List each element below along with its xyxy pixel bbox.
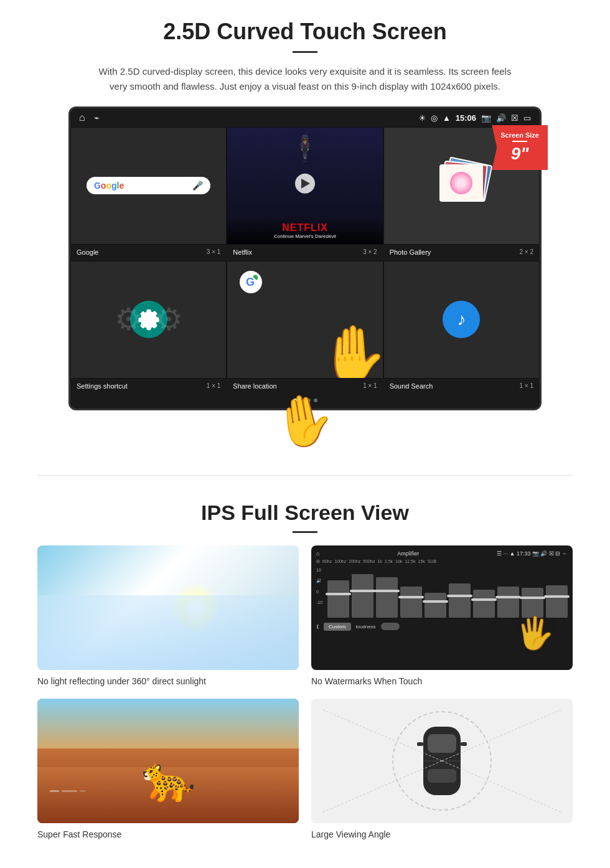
viewing-angle-svg [311,699,573,823]
share-cell[interactable]: G 🤚 [227,261,383,379]
badge-label: Screen Size [500,131,539,139]
feature-sunlight: No light reflecting under 360° direct su… [37,545,299,686]
volume-icon: 🔊 [496,113,506,123]
bluetooth-icon: ✳ [419,113,426,123]
amp-freq-labels: ⊞ 60hz100hz200hz500hz1k2.5k10k12.5k15kSU… [316,559,568,564]
sunlight-glow [37,595,299,670]
amp-loudness-label: loudness [356,624,376,630]
usb-icon: ⌁ [94,113,99,123]
close-box-icon[interactable]: ☒ [511,113,518,123]
settings-bg-icons: ⚙ ⚙ [115,301,183,337]
status-time: 15:06 [456,113,476,123]
settings-label-row: Settings shortcut 1 × 1 [70,382,227,390]
amp-header: ⌂ Amplifier ☰ ··· ▲ 17:33 📷 🔊 ☒ ⊟ ← [316,550,568,557]
music-note-icon: ♪ [457,309,466,329]
google-cell[interactable]: Google 🎤 [70,127,227,245]
location-icon: ◎ [431,113,438,123]
sunlight-image [37,545,299,670]
share-cell-inner: G 🤚 [227,262,382,378]
slider-1[interactable] [327,580,349,618]
photo-stack [436,161,486,210]
feature-watermark: ⌂ Amplifier ☰ ··· ▲ 17:33 📷 🔊 ☒ ⊟ ← ⊞ 60… [311,545,573,686]
motion-blur [50,790,86,792]
car-image [311,699,573,823]
camera-icon: 📷 [481,113,491,123]
sky-bg [37,699,299,748]
amplifier-image: ⌂ Amplifier ☰ ··· ▲ 17:33 📷 🔊 ☒ ⊟ ← ⊞ 60… [311,545,573,670]
cheetah-label: Super Fast Response [37,829,299,839]
netflix-cell[interactable]: 🕴 NETFLIX Continue Marvel's Daredevil [227,127,383,245]
gallery-grid: 2 × 2 [519,248,533,255]
slider-10[interactable] [546,585,568,618]
google-mic-icon[interactable]: 🎤 [192,181,203,191]
screen-size-badge: Screen Size 9" [492,125,548,170]
google-cell-inner: Google 🎤 [71,128,226,244]
amp-nav-icon: ⟪ [316,624,319,630]
svg-line-12 [322,761,442,812]
slider-4[interactable] [400,587,422,618]
title-divider [293,51,317,53]
gallery-label: Photo Gallery [390,248,431,256]
daredevil-figure: 🕴 [289,134,321,163]
sound-grid: 1 × 1 [519,382,533,389]
pointing-hand-icon: ✋ [270,387,341,455]
app-grid-row2: ⚙ ⚙ [70,261,540,379]
car-bg [311,699,573,823]
slider-8[interactable] [497,587,519,618]
sunlight-bg [37,545,299,670]
slider-3[interactable] [376,577,398,618]
slider-6[interactable] [449,583,471,618]
wifi-icon: ▲ [443,113,451,123]
sound-bg: ♪ [384,262,539,378]
settings-bg: ⚙ ⚙ [71,262,226,378]
section1-description: With 2.5D curved-display screen, this de… [93,64,517,94]
netflix-overlay: NETFLIX Continue Marvel's Daredevil [227,217,382,244]
amp-side-labels: 10 🔊 0 -10 [316,568,568,618]
feature-cheetah: 🐆 Super Fast Response [37,699,299,839]
watermark-label: No Watermarks When Touch [311,676,573,686]
slider-5[interactable] [425,593,446,618]
netflix-cell-inner: 🕴 NETFLIX Continue Marvel's Daredevil [227,128,382,244]
home-icon[interactable]: ⌂ [79,112,85,123]
netflix-grid: 3 × 2 [363,248,377,255]
amp-title: Amplifier [397,550,419,557]
google-search-bar[interactable]: Google 🎤 [87,177,210,194]
svg-line-13 [442,761,561,812]
svg-line-10 [322,710,442,761]
car-label: Large Viewing Angle [311,829,573,839]
slider-2[interactable] [352,574,373,618]
netflix-subtitle: Continue Marvel's Daredevil [232,234,377,239]
netflix-label: Netflix [233,248,252,256]
window-icon[interactable]: ▭ [523,113,531,123]
svg-text:G: G [246,276,255,288]
app-grid-row1: Google 🎤 🕴 [70,127,540,245]
slider-7[interactable] [473,590,495,618]
settings-cell[interactable]: ⚙ ⚙ [70,261,227,379]
sound-label-row: Sound Search 1 × 1 [383,382,540,390]
settings-grid: 1 × 1 [207,382,221,389]
section1-title: 2.5D Curved Touch Screen [37,19,573,45]
sound-cell[interactable]: ♪ [383,261,540,379]
google-label-row: Google 3 × 1 [70,248,227,256]
play-button[interactable] [295,174,315,194]
amp-custom-button[interactable]: Custom [324,623,351,631]
share-bg: G 🤚 [227,262,382,378]
google-label: Google [77,248,98,256]
curved-touch-section: 2.5D Curved Touch Screen With 2.5D curve… [0,0,610,463]
share-label-row: Share location 1 × 1 [227,382,383,390]
sound-cell-inner: ♪ [384,262,539,378]
amp-loudness-toggle[interactable] [381,623,400,630]
slider-9[interactable] [522,588,543,618]
google-logo: Google [94,181,124,191]
share-grid: 1 × 1 [363,382,377,389]
gallery-label-row: Photo Gallery 2 × 2 [383,248,540,256]
ips-title-divider [293,531,317,533]
status-bar: ⌂ ⌁ ✳ ◎ ▲ 15:06 📷 🔊 [70,108,540,127]
status-left: ⌂ ⌁ [79,112,99,123]
features-grid: No light reflecting under 360° direct su… [37,545,573,839]
section-divider-rule [37,475,573,476]
google-maps-icon: G [240,271,262,293]
cheetah-image: 🐆 [37,699,299,823]
device-container: Screen Size 9" ⌂ ⌁ ✳ ◎ ▲ [68,106,542,450]
google-bg: Google 🎤 [71,128,226,244]
